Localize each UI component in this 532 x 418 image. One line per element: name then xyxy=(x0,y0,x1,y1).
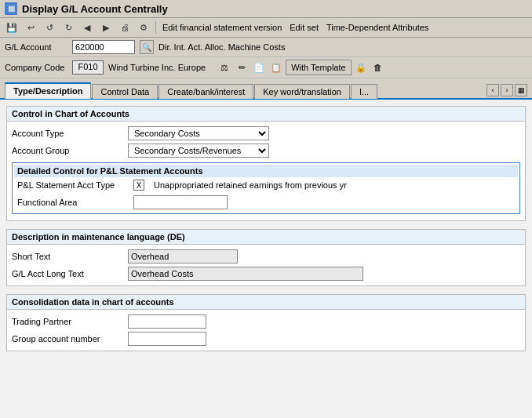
back-button[interactable]: ↩ xyxy=(22,20,39,35)
tabs-container: Type/Description Control Data Create/ban… xyxy=(0,78,532,100)
tab-keyword-translation[interactable]: Key word/translation xyxy=(254,84,350,99)
toolbar: 💾 ↩ ↺ ↻ ◀ ▶ 🖨 ⚙ Edit financial statement… xyxy=(0,18,532,38)
chart-of-accounts-body: Account Type Secondary Costs Account Gro… xyxy=(7,122,525,220)
group-account-row: Group account number xyxy=(12,330,520,347)
tab-navigation: ‹ › ▦ xyxy=(486,84,527,98)
functional-area-row: Functional Area xyxy=(14,193,518,212)
consolidation-body: Trading Partner Group account number xyxy=(7,310,525,351)
redo-button[interactable]: ↻ xyxy=(60,20,77,35)
page-title: Display G/L Account Centrally xyxy=(22,3,168,15)
settings-button[interactable]: ⚙ xyxy=(135,20,152,35)
company-name: Wind Turbine Inc. Europe xyxy=(108,63,206,72)
chart-of-accounts-title: Control in Chart of Accounts xyxy=(7,107,525,122)
group-account-input[interactable] xyxy=(128,332,206,346)
long-text-input[interactable] xyxy=(128,267,363,281)
functional-area-label: Functional Area xyxy=(17,198,127,207)
chart-of-accounts-section: Control in Chart of Accounts Account Typ… xyxy=(6,106,526,221)
page-icon-button[interactable]: 📄 xyxy=(251,60,267,75)
edit-financial-stmt-button[interactable]: Edit financial statement version xyxy=(159,22,285,33)
account-type-row: Account Type Secondary Costs xyxy=(12,125,520,142)
company-actions: ⚖ ✏ 📄 📋 With Template 🔒 🗑 xyxy=(217,60,386,75)
print-button[interactable]: 🖨 xyxy=(116,20,133,35)
trading-partner-label: Trading Partner xyxy=(12,317,122,326)
pnl-sub-section: Detailed Control for P&L Statement Accou… xyxy=(12,162,520,214)
company-code-value: F010 xyxy=(72,60,104,75)
tab-control-data[interactable]: Control Data xyxy=(92,84,158,99)
account-group-select[interactable]: Secondary Costs/Revenues xyxy=(128,144,269,158)
save-button[interactable]: 💾 xyxy=(3,20,20,35)
tab-next-button[interactable]: › xyxy=(501,84,513,96)
description-body: Short Text G/L Acct Long Text xyxy=(7,245,525,285)
gl-account-input[interactable] xyxy=(72,40,135,54)
with-template-button[interactable]: With Template xyxy=(286,60,352,75)
company-code-label: Company Code xyxy=(5,63,67,72)
account-group-label: Account Group xyxy=(12,146,122,155)
lock-icon-button[interactable]: 🔒 xyxy=(353,60,369,75)
edit-icon-button[interactable]: ✏ xyxy=(234,60,250,75)
functional-area-input[interactable] xyxy=(133,195,228,209)
separator-1 xyxy=(155,21,156,34)
company-row: Company Code F010 Wind Turbine Inc. Euro… xyxy=(0,57,532,78)
short-text-label: Short Text xyxy=(12,252,122,261)
short-text-input[interactable] xyxy=(128,249,238,264)
pnl-acct-type-label: P&L Statement Acct Type xyxy=(17,180,127,190)
account-group-row: Account Group Secondary Costs/Revenues xyxy=(12,142,520,159)
page2-icon-button[interactable]: 📋 xyxy=(268,60,284,75)
delete-icon-button[interactable]: 🗑 xyxy=(370,60,386,75)
tab-i[interactable]: I... xyxy=(351,84,377,99)
long-text-row: G/L Acct Long Text xyxy=(12,265,520,282)
pnl-sub-section-title: Detailed Control for P&L Statement Accou… xyxy=(14,165,518,177)
consolidation-section: Consolidation data in chart of accounts … xyxy=(6,294,526,351)
tab-create-bank-interest[interactable]: Create/bank/interest xyxy=(159,84,253,99)
edit-set-button[interactable]: Edit set xyxy=(286,22,322,33)
group-account-label: Group account number xyxy=(12,334,122,343)
trading-partner-input[interactable] xyxy=(128,314,206,329)
prev-button[interactable]: ◀ xyxy=(78,20,96,35)
main-content: Control in Chart of Accounts Account Typ… xyxy=(0,100,532,365)
compare-icon-button[interactable]: ⚖ xyxy=(217,60,232,75)
next-button[interactable]: ▶ xyxy=(97,20,115,35)
description-section: Description in maintenance language (DE)… xyxy=(6,229,526,286)
gl-account-label: G/L Account xyxy=(5,42,67,52)
undo-button[interactable]: ↺ xyxy=(41,20,58,35)
account-row: G/L Account 🔍 Dir. Int. Act. Alloc. Mach… xyxy=(0,38,532,57)
app-icon: ▦ xyxy=(5,2,17,15)
short-text-row: Short Text xyxy=(12,248,520,265)
pnl-acct-type-row: P&L Statement Acct Type X Unappropriated… xyxy=(14,177,518,193)
consolidation-title: Consolidation data in chart of accounts xyxy=(7,295,525,310)
gl-account-name: Dir. Int. Act. Alloc. Machine Costs xyxy=(159,42,285,52)
gl-account-search-button[interactable]: 🔍 xyxy=(140,40,154,54)
tab-prev-button[interactable]: ‹ xyxy=(486,84,499,96)
long-text-label: G/L Acct Long Text xyxy=(12,269,122,278)
time-dependent-attributes-button[interactable]: Time-Dependent Attributes xyxy=(323,22,432,33)
pnl-acct-type-value: Unappropriated retained earnings from pr… xyxy=(154,180,347,190)
account-type-select[interactable]: Secondary Costs xyxy=(128,126,269,140)
tab-menu-button[interactable]: ▦ xyxy=(515,84,527,96)
title-bar: ▦ Display G/L Account Centrally xyxy=(0,0,532,18)
pnl-checkbox[interactable]: X xyxy=(133,180,144,191)
trading-partner-row: Trading Partner xyxy=(12,313,520,330)
account-type-label: Account Type xyxy=(12,129,122,138)
tab-type-description[interactable]: Type/Description xyxy=(5,82,91,99)
description-title: Description in maintenance language (DE) xyxy=(7,230,525,245)
